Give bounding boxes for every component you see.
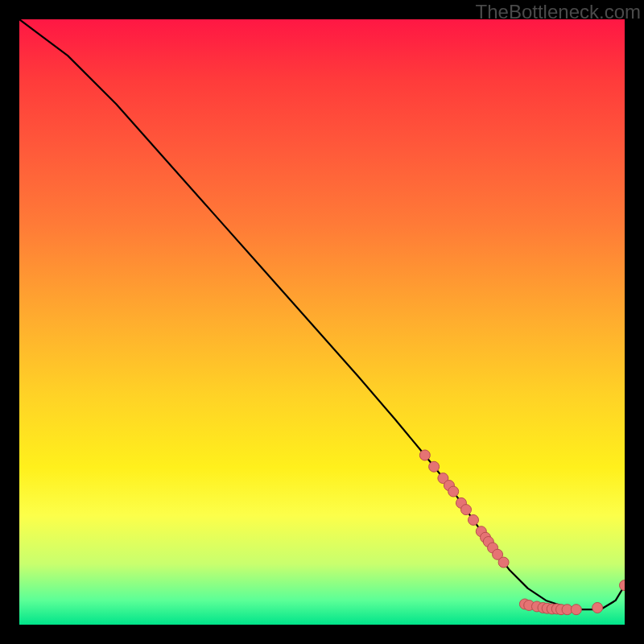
chart-svg <box>19 19 625 625</box>
data-point <box>592 602 603 613</box>
curve-line <box>19 19 625 609</box>
data-point <box>460 505 471 515</box>
data-point <box>419 450 430 460</box>
data-point <box>448 486 459 497</box>
data-point <box>620 580 625 591</box>
curve-markers <box>419 450 625 615</box>
data-point <box>469 514 479 525</box>
chart-container: TheBottleneck.com <box>0 0 644 644</box>
data-point <box>498 557 509 568</box>
plot-area <box>19 19 625 625</box>
data-point <box>571 605 581 615</box>
data-point <box>429 461 440 472</box>
